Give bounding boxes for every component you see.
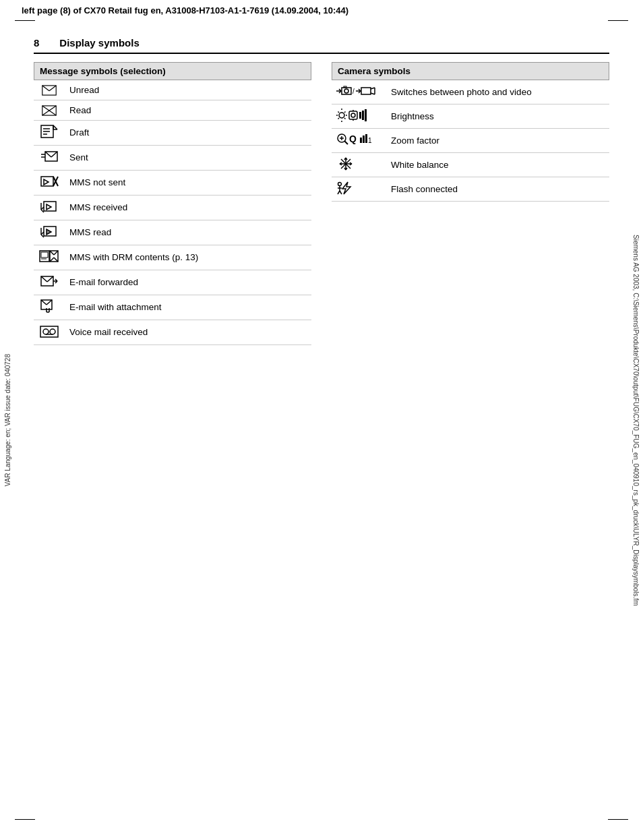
table-row: MMS not sent	[34, 170, 311, 195]
table-row: Unread	[34, 80, 311, 100]
bottom-line-right	[608, 819, 628, 820]
msg-desc-draft: Draft	[64, 120, 311, 145]
svg-rect-81	[349, 111, 357, 119]
table-row: E-mail forwarded	[34, 270, 311, 295]
svg-line-6	[42, 111, 49, 115]
svg-text:/: /	[353, 88, 355, 95]
cam-icon-brightness	[332, 104, 386, 129]
cam-icon-zoom: Q 1	[332, 129, 386, 153]
svg-point-55	[43, 329, 49, 334]
table-row: Sent	[34, 145, 311, 170]
sidebar-right-text: Siemens AG 2003, C:\Siemens\Produkte\CX7…	[632, 235, 640, 606]
svg-line-44	[47, 276, 53, 282]
msg-desc-email-forwarded: E-mail forwarded	[64, 270, 311, 295]
cam-icon-flash	[332, 177, 386, 202]
sidebar-left: VAR Language: en; VAR issue date: 040728	[0, 0, 15, 840]
camera-symbols-table: /	[332, 80, 609, 202]
svg-rect-95	[365, 134, 367, 143]
table-row: Voice mail received	[34, 320, 311, 344]
table-row: MMS received	[34, 195, 311, 220]
table-row: MMS with DRM contents (p. 13)	[34, 245, 311, 270]
svg-rect-87	[365, 109, 367, 121]
svg-rect-94	[363, 136, 365, 143]
msg-desc-mms-received: MMS received	[64, 195, 311, 220]
svg-line-40	[50, 258, 54, 262]
svg-marker-33	[47, 229, 51, 235]
svg-point-82	[351, 113, 355, 117]
svg-line-77	[338, 112, 340, 113]
svg-rect-86	[362, 111, 364, 120]
header-text: left page (8) of CX70 Retail fug en, A31…	[22, 5, 348, 16]
sidebar-right: Siemens AG 2003, C:\Siemens\Produkte\CX7…	[628, 0, 643, 840]
svg-point-72	[339, 113, 344, 118]
msg-icon-mms-read	[34, 220, 64, 245]
svg-marker-21	[44, 179, 49, 185]
sidebar-left-text: VAR Language: en; VAR issue date: 040728	[4, 354, 11, 486]
top-line-left	[15, 20, 35, 21]
svg-line-78	[344, 118, 346, 119]
svg-line-41	[54, 258, 58, 262]
table-row: Flash connected	[332, 177, 609, 202]
svg-line-2	[49, 86, 56, 91]
msg-icon-voicemail	[34, 320, 64, 344]
svg-line-79	[344, 112, 346, 113]
msg-desc-email-attachment: E-mail with attachment	[64, 295, 311, 320]
message-section-header: Message symbols (selection)	[34, 62, 311, 80]
svg-line-114	[340, 191, 342, 194]
camera-section: Camera symbols	[332, 62, 609, 345]
msg-icon-mms-received	[34, 195, 64, 220]
cam-desc-zoom: Zoom factor	[386, 129, 609, 153]
msg-desc-voicemail: Voice mail received	[64, 320, 311, 344]
page-header: left page (8) of CX70 Retail fug en, A31…	[15, 0, 628, 20]
cam-icon-photo-video: /	[332, 80, 386, 104]
svg-line-18	[45, 152, 51, 157]
table-row: Read	[34, 100, 311, 120]
cam-desc-white-balance: White balance	[386, 153, 609, 177]
cam-desc-flash: Flash connected	[386, 177, 609, 202]
msg-desc-unread: Unread	[64, 80, 311, 100]
msg-desc-sent: Sent	[64, 145, 311, 170]
svg-line-39	[54, 251, 58, 255]
svg-rect-63	[344, 86, 346, 88]
svg-line-43	[41, 276, 47, 282]
msg-icon-email-forwarded	[34, 270, 64, 295]
svg-line-70	[371, 93, 375, 94]
svg-point-62	[344, 89, 348, 93]
camera-section-header: Camera symbols	[332, 62, 609, 80]
page-title: Display symbols	[59, 37, 139, 49]
top-line-right	[608, 20, 628, 21]
msg-icon-mms-not-sent	[34, 170, 64, 195]
svg-point-110	[338, 183, 342, 186]
table-row: White balance	[332, 153, 609, 177]
svg-line-89	[345, 142, 348, 145]
page-title-row: 8 Display symbols	[34, 37, 609, 54]
msg-icon-draft	[34, 120, 64, 145]
msg-icon-mms-drm	[34, 245, 64, 270]
page-number: 8	[34, 37, 39, 49]
msg-desc-mms-drm: MMS with DRM contents (p. 13)	[64, 245, 311, 270]
bottom-line-left	[15, 819, 35, 820]
msg-icon-read	[34, 100, 64, 120]
svg-line-80	[338, 118, 340, 119]
table-row: Q 1 Zoom factor	[332, 129, 609, 153]
svg-line-49	[41, 300, 47, 305]
svg-marker-28	[47, 204, 51, 210]
svg-rect-35	[41, 252, 48, 258]
table-row: /	[332, 80, 609, 104]
svg-line-19	[51, 152, 57, 157]
msg-icon-unread	[34, 80, 64, 100]
svg-line-7	[49, 111, 56, 115]
svg-line-38	[50, 251, 54, 255]
message-section: Message symbols (selection)	[34, 62, 311, 345]
svg-line-1	[42, 86, 49, 91]
svg-line-4	[42, 105, 49, 110]
msg-desc-read: Read	[64, 100, 311, 120]
svg-line-113	[338, 191, 340, 194]
svg-text:Q: Q	[349, 133, 357, 144]
message-symbols-table: Unread	[34, 80, 311, 345]
cam-icon-white-balance	[332, 153, 386, 177]
msg-desc-mms-not-sent: MMS not sent	[64, 170, 311, 195]
main-content: 8 Display symbols Message symbols (selec…	[34, 24, 609, 345]
svg-line-12	[53, 125, 57, 129]
svg-line-69	[371, 88, 375, 89]
